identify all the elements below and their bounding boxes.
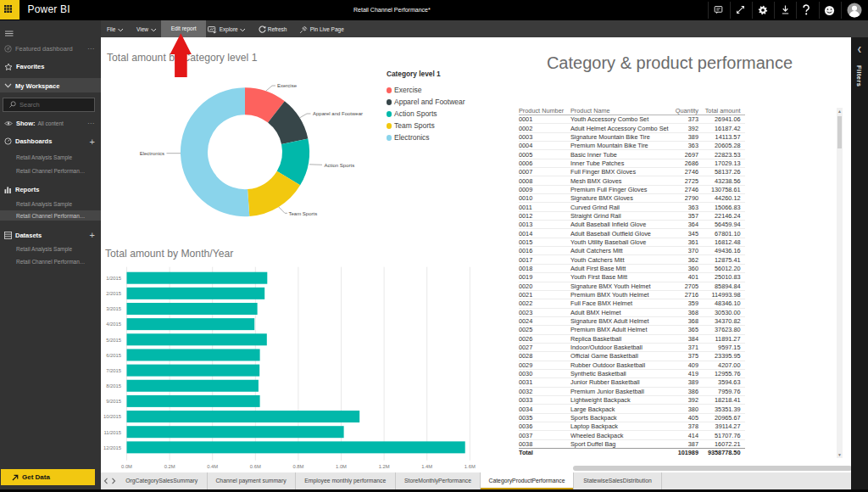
svg-text:4/2015: 4/2015 <box>106 322 121 327</box>
svg-text:1.6M: 1.6M <box>465 464 476 469</box>
svg-text:5/2015: 5/2015 <box>106 338 121 343</box>
svg-text:6/2015: 6/2015 <box>106 353 121 358</box>
svg-text:2/2015: 2/2015 <box>106 291 121 296</box>
svg-text:0.6M: 0.6M <box>250 464 261 469</box>
svg-text:8/2015: 8/2015 <box>106 383 121 389</box>
svg-text:10/2015: 10/2015 <box>103 415 121 420</box>
svg-text:11/2015: 11/2015 <box>103 430 121 435</box>
svg-text:9/2015: 9/2015 <box>106 399 121 404</box>
svg-text:Team Sports: Team Sports <box>289 211 318 216</box>
svg-text:1.0M: 1.0M <box>336 464 347 469</box>
svg-text:Exercise: Exercise <box>277 83 298 88</box>
svg-text:1/2015: 1/2015 <box>106 276 121 281</box>
svg-text:3/2015: 3/2015 <box>106 307 121 312</box>
svg-text:0.0M: 0.0M <box>121 464 132 469</box>
svg-text:1.2M: 1.2M <box>379 464 390 469</box>
svg-text:0.4M: 0.4M <box>207 464 218 469</box>
svg-text:Action Sports: Action Sports <box>325 163 355 168</box>
svg-text:12/2015: 12/2015 <box>103 445 121 450</box>
svg-text:0.2M: 0.2M <box>164 464 175 469</box>
svg-text:0.8M: 0.8M <box>292 464 303 469</box>
svg-text:7/2015: 7/2015 <box>106 368 121 373</box>
svg-text:Electronics: Electronics <box>140 151 164 156</box>
svg-text:1.4M: 1.4M <box>421 464 432 469</box>
svg-text:Apparel and Footwear: Apparel and Footwear <box>313 111 363 116</box>
